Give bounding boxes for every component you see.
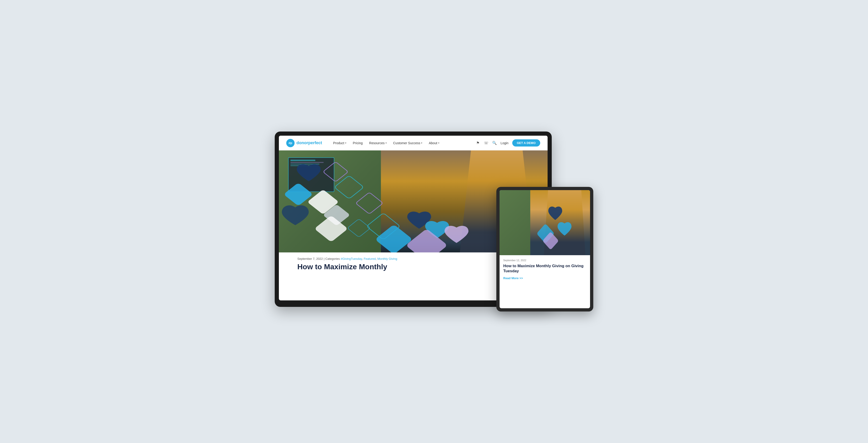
logo-icon: dp [286, 139, 294, 147]
logo-initials: dp [288, 141, 292, 145]
logo[interactable]: dp donorperfect [286, 139, 322, 147]
flag-icon[interactable]: ⚑ [475, 141, 480, 145]
nav-product[interactable]: Product ▾ [333, 141, 346, 145]
nav-about[interactable]: About ▾ [429, 141, 439, 145]
nav-links: Product ▾ Pricing Resources ▾ Customer S… [333, 141, 468, 145]
tablet-blog-content: September 12, 2022 How to Maximize Month… [500, 255, 590, 284]
tablet-screen: September 12, 2022 How to Maximize Month… [500, 190, 590, 308]
tablet-hero [500, 190, 590, 255]
login-link[interactable]: Login [500, 141, 508, 145]
get-demo-button[interactable]: GET A DEMO [512, 139, 540, 147]
nav-resources[interactable]: Resources ▾ [369, 141, 387, 145]
phone-icon[interactable]: ☏ [484, 141, 489, 145]
read-more-link[interactable]: Read More >> [503, 277, 586, 280]
navigation: dp donorperfect Product ▾ Pricing Resour… [279, 136, 548, 151]
blog-categories-prefix: | Categories [324, 257, 340, 260]
scene: dp donorperfect Product ▾ Pricing Resour… [275, 131, 593, 312]
nav-customer-success[interactable]: Customer Success ▾ [393, 141, 422, 145]
blog-title: How to Maximize Monthly [297, 262, 529, 271]
category-monthly-giving[interactable]: Monthly Giving [377, 257, 397, 260]
tablet-blog-date: September 12, 2022 [503, 259, 586, 262]
chevron-down-icon: ▾ [438, 142, 439, 144]
tablet-device: September 12, 2022 How to Maximize Month… [496, 187, 593, 312]
chevron-down-icon: ▾ [345, 142, 346, 144]
chevron-down-icon: ▾ [421, 142, 422, 144]
blog-meta: September 7, 2022 | Categories #GivingTu… [297, 257, 529, 260]
tablet-blog-title: How to Maximize Monthly Giving on Giving… [503, 263, 586, 274]
search-icon[interactable]: 🔍 [492, 141, 497, 145]
logo-name: donorperfect [297, 140, 322, 145]
category-featured[interactable]: Featured [364, 257, 376, 260]
nav-actions: ⚑ ☏ 🔍 Login GET A DEMO [475, 139, 540, 147]
tablet-hero-bg [500, 190, 590, 255]
chevron-down-icon: ▾ [385, 142, 387, 144]
category-giving-tuesday[interactable]: #GivingTuesday [341, 257, 362, 260]
nav-pricing[interactable]: Pricing [353, 141, 363, 145]
blog-date: September 7, 2022 [297, 257, 323, 260]
